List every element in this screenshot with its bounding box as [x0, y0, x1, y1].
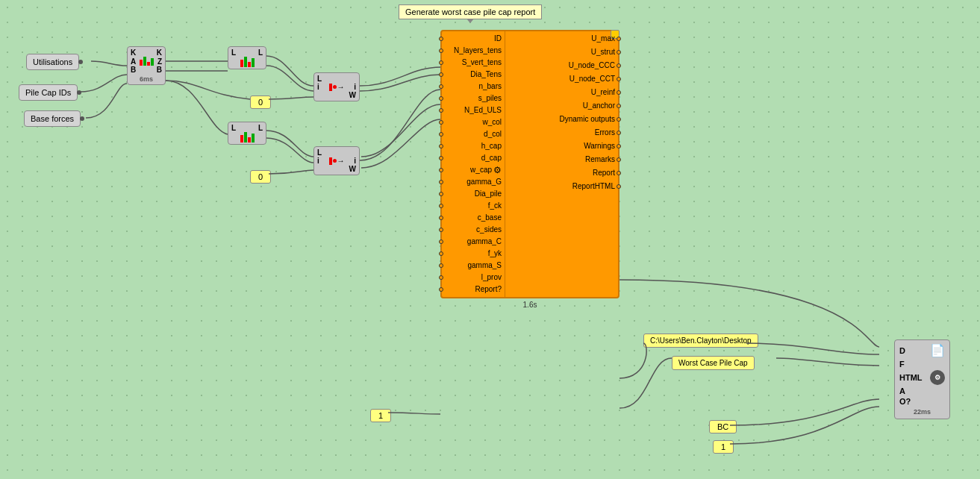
input-dia-tens: Dia_Tens	[442, 69, 505, 81]
output-u-anchor: U_anchor	[505, 100, 618, 112]
utilisations-node[interactable]: Utilisations	[26, 54, 79, 70]
input-l-prov: l_prov	[442, 272, 505, 284]
output-warnings: Warnings	[505, 140, 618, 152]
input-w-cap: w_cap ⚙	[442, 164, 505, 176]
output-errors: Errors	[505, 127, 618, 139]
component-time: 1.6s	[523, 301, 537, 309]
input-dia-pile: Dia_pile	[442, 188, 505, 200]
input-gamma-s: gamma_S	[442, 260, 505, 272]
file-path-box[interactable]: C:\Users\Ben.Clayton\Desktop	[643, 334, 758, 348]
sort-node[interactable]: KK A Z BB 6ms	[127, 46, 166, 85]
input-s-piles: s_piles	[442, 93, 505, 104]
input-gamma-g: gamma_G	[442, 176, 505, 188]
tooltip: Generate worst case pile cap report	[399, 4, 542, 19]
right-component[interactable]: D 📄 F HTML ⚙ A O? 22ms	[894, 339, 950, 419]
i-n-i-bottom[interactable]: L i → i W	[313, 146, 360, 175]
input-d-col: d_col	[442, 128, 505, 140]
num-box-0-bottom[interactable]: 0	[250, 170, 271, 184]
input-d-cap: d_cap	[442, 152, 505, 164]
input-n-bars: n_bars	[442, 81, 505, 93]
input-gamma-c: gamma_C	[442, 236, 505, 248]
num-box-1[interactable]: 1	[370, 409, 391, 422]
i-n-i-top[interactable]: L i → i W	[313, 72, 360, 101]
input-h-cap: h_cap	[442, 140, 505, 152]
input-id: ID	[442, 33, 505, 45]
l-bar-l-top[interactable]: LL	[228, 46, 266, 69]
input-f-ck: f_ck	[442, 200, 505, 212]
output-report-html: ReportHTML	[505, 181, 618, 192]
l-bar-l-bottom[interactable]: LL	[228, 122, 266, 145]
one-box[interactable]: 1	[713, 440, 734, 454]
input-w-col: w_col	[442, 116, 505, 128]
output-dynamic: Dynamic outputs	[505, 113, 618, 125]
main-outputs: U_max U_strut U_node_CCC U_node_CCT U_re…	[505, 31, 618, 297]
output-u-node-cct: U_node_CCT	[505, 73, 618, 85]
output-u-reinf: U_reinf	[505, 87, 618, 98]
main-component[interactable]: ID N_layers_tens S_vert_tens Dia_Tens n_…	[440, 30, 619, 298]
output-report: Report	[505, 167, 618, 179]
input-n-layers: N_layers_tens	[442, 45, 505, 57]
pile-cap-name-box[interactable]: Worst Case Pile Cap	[672, 356, 755, 370]
base-forces-node[interactable]: Base forces	[24, 110, 81, 127]
input-f-yk: f_yk	[442, 248, 505, 260]
output-remarks: Remarks	[505, 154, 618, 166]
tooltip-text: Generate worst case pile cap report	[405, 7, 535, 16]
input-c-base: c_base	[442, 212, 505, 224]
num-box-0-top[interactable]: 0	[250, 96, 271, 109]
main-inputs: ID N_layers_tens S_vert_tens Dia_Tens n_…	[442, 31, 505, 297]
output-u-max: U_max	[505, 33, 618, 45]
output-u-node-ccc: U_node_CCC	[505, 60, 618, 72]
input-report: Report?	[442, 284, 505, 295]
pile-cap-ids-node[interactable]: Pile Cap IDs	[19, 84, 78, 101]
input-c-sides: c_sides	[442, 224, 505, 236]
input-n-ed-uls: N_Ed_ULS	[442, 104, 505, 116]
output-u-strut: U_strut	[505, 46, 618, 58]
input-s-vert: S_vert_tens	[442, 57, 505, 69]
bc-box[interactable]: BC	[709, 420, 737, 433]
